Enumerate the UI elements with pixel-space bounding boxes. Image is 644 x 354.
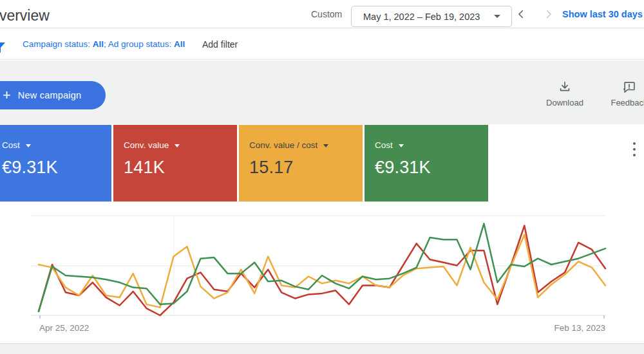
- next-period-button[interactable]: [543, 8, 556, 21]
- new-campaign-label: New campaign: [18, 90, 81, 100]
- page-title: Overview: [0, 7, 50, 24]
- scorecard-metric-label: Conv. value / cost: [249, 140, 317, 150]
- chevron-left-icon: [519, 11, 522, 18]
- scorecard-metric-value: 15.17: [249, 158, 352, 178]
- caret-down-icon: [399, 144, 404, 147]
- scorecard-conv-value-per-cost[interactable]: Conv. value / cost 15.17: [239, 125, 363, 201]
- date-range-selector[interactable]: May 1, 2022 – Feb 19, 2023: [351, 6, 512, 27]
- series-line-conv-value-cost: [39, 234, 605, 307]
- filter-bar: Campaign status: All; Ad group status: A…: [0, 28, 644, 60]
- scorecard-cost-2[interactable]: Cost €9.31K: [365, 125, 488, 201]
- feedback-label: Feedback: [611, 98, 644, 107]
- kebab-dot: [633, 154, 636, 156]
- previous-period-button[interactable]: [515, 8, 528, 21]
- filter-funnel-icon: [0, 42, 6, 53]
- chevron-right-icon: [547, 11, 551, 18]
- scorecard-metric-label: Cost: [375, 140, 393, 150]
- campaign-status-label: Campaign status:: [23, 39, 93, 49]
- scorecards-divider: [0, 201, 488, 202]
- scorecard-metric-label: Conv. value: [124, 140, 169, 150]
- toolbar-band: + New campaign Download Feedback: [0, 61, 644, 124]
- add-filter-button[interactable]: Add filter: [202, 39, 238, 50]
- top-header: Overview Custom May 1, 2022 – Feb 19, 20…: [0, 0, 644, 28]
- section-divider-band: [0, 343, 644, 354]
- feedback-icon: [622, 80, 636, 94]
- scorecard-metric-label: Cost: [2, 140, 20, 150]
- caret-down-icon: [26, 144, 31, 147]
- caret-down-icon: [323, 144, 328, 147]
- new-campaign-button[interactable]: + New campaign: [0, 81, 106, 109]
- show-last-30-days-link[interactable]: Show last 30 days: [562, 9, 643, 19]
- kebab-dot: [633, 148, 636, 151]
- download-icon: [558, 80, 572, 94]
- kebab-dot: [633, 142, 636, 145]
- scorecard-metric-value: €9.31K: [2, 158, 101, 178]
- line-chart-canvas[interactable]: [31, 211, 607, 321]
- scorecard-metric-value: 141K: [124, 158, 227, 178]
- caret-down-icon: [494, 15, 500, 18]
- ad-group-status-value: All: [174, 39, 185, 49]
- scorecard-metric-value: €9.31K: [375, 158, 478, 178]
- scorecard-conv-value[interactable]: Conv. value 141K: [113, 125, 237, 201]
- date-range-value: May 1, 2022 – Feb 19, 2023: [363, 12, 480, 22]
- ad-group-status-label: Ad group status:: [108, 39, 174, 49]
- status-filter-chip[interactable]: Campaign status: All; Ad group status: A…: [23, 39, 185, 49]
- caret-down-icon: [175, 144, 180, 147]
- plus-icon: +: [3, 89, 11, 102]
- chart-series-group: [39, 223, 605, 315]
- x-axis-start-label: Apr 25, 2022: [39, 323, 89, 333]
- scorecard-cost-1[interactable]: Cost €9.31K: [0, 125, 111, 201]
- download-button[interactable]: Download: [542, 80, 587, 107]
- campaign-status-value: All: [93, 39, 104, 49]
- overview-more-options-button[interactable]: [630, 142, 639, 156]
- series-line-conv-value: [39, 226, 605, 316]
- download-label: Download: [546, 98, 583, 107]
- x-axis-end-label: Feb 13, 2023: [554, 323, 605, 333]
- scorecards-row: Cost €9.31K Conv. value 141K Conv. value…: [0, 125, 490, 201]
- date-mode-label: Custom: [311, 9, 342, 19]
- feedback-button[interactable]: Feedback: [607, 80, 644, 107]
- overview-timeseries-chart: Apr 25, 2022 Feb 13, 2023: [0, 206, 644, 343]
- status-separator: ;: [104, 39, 108, 49]
